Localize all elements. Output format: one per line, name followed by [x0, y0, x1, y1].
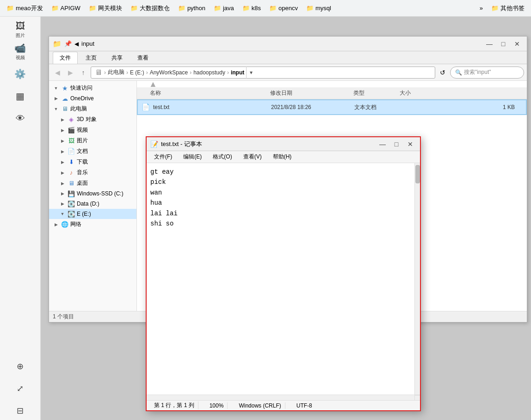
- bookmark-item[interactable]: 📁 mysql: [303, 4, 334, 12]
- explorer-title-pin: 📌: [64, 40, 72, 47]
- tree-item-downloads[interactable]: ▶ ⬇ 下载: [49, 157, 136, 167]
- notepad-encoding-windows: Windows (CRLF): [235, 402, 285, 409]
- path-segment-pc[interactable]: 此电脑: [108, 68, 124, 76]
- notepad-window-controls: — □ ✕: [377, 140, 416, 148]
- notepad-scrollbar-horizontal[interactable]: [147, 395, 420, 400]
- tree-item-pc[interactable]: ▼ 🖥 此电脑: [49, 103, 136, 114]
- image-icon: 🖼: [68, 137, 75, 145]
- menu-help[interactable]: 帮助(H): [269, 152, 296, 162]
- bookmark-item[interactable]: 📁 大数据数仓: [128, 3, 173, 13]
- menu-view[interactable]: 查看(V): [240, 152, 266, 162]
- path-segment-hadoop[interactable]: hadoopstudy: [193, 69, 225, 76]
- path-segment-e[interactable]: E (E:): [130, 69, 144, 76]
- explorer-title-icon: 📁: [53, 40, 62, 48]
- col-header-size[interactable]: 大小: [400, 89, 523, 97]
- nav-back-button[interactable]: ◀: [52, 67, 63, 78]
- windows-icon: 💾: [68, 190, 75, 197]
- video-icon: 🎬: [68, 127, 75, 134]
- minimize-button[interactable]: —: [483, 40, 495, 48]
- notepad-status-bar: 第 1 行，第 1 列 100% Windows (CRLF) UTF-8: [147, 400, 420, 410]
- notepad-minimize-button[interactable]: —: [377, 140, 389, 148]
- tree-item-music[interactable]: ▶ ♪ 音乐: [49, 167, 136, 178]
- status-text: 1 个项目: [53, 313, 74, 321]
- tab-home[interactable]: 主页: [79, 52, 104, 64]
- menu-file[interactable]: 文件(F): [150, 152, 176, 162]
- menu-format[interactable]: 格式(O): [209, 152, 235, 162]
- bookmark-item[interactable]: 📁 meao开发: [4, 3, 46, 13]
- address-bar: ◀ ▶ ↑ 🖥 › 此电脑 › E (E:) › AnyWorkSpace › …: [49, 64, 527, 81]
- notepad-title-text: test.txt - 记事本: [161, 140, 374, 148]
- tree-item-network[interactable]: ▶ 🌐 网络: [49, 219, 136, 230]
- drive-icon: 💽: [68, 200, 75, 207]
- col-header-date[interactable]: 修改日期: [270, 89, 353, 97]
- tree-item-e-drive[interactable]: ▼ 💽 E (E:): [49, 209, 136, 219]
- address-path[interactable]: 🖥 › 此电脑 › E (E:) › AnyWorkSpace › hadoop…: [91, 67, 435, 79]
- path-segment-input[interactable]: input: [231, 69, 244, 76]
- nav-forward-button[interactable]: ▶: [65, 67, 76, 78]
- sidebar-videos-btn[interactable]: 📹 视频: [9, 43, 31, 61]
- notepad-icon: 📝: [150, 140, 158, 148]
- window-controls: — □ ✕: [483, 40, 523, 48]
- expand-icon: ▶: [59, 170, 66, 176]
- address-dropdown-button[interactable]: ▾: [246, 67, 255, 79]
- cloud-icon: ☁: [61, 95, 68, 102]
- tab-file[interactable]: 文件: [53, 52, 78, 64]
- expand-icon: ▶: [59, 159, 66, 165]
- ribbon-tabs: 文件 主页 共享 查看: [49, 51, 527, 64]
- notepad-scrollbar-vertical[interactable]: [414, 163, 420, 395]
- maximize-button[interactable]: □: [497, 40, 509, 48]
- notepad-close-button[interactable]: ✕: [404, 140, 416, 148]
- sidebar-grid-btn[interactable]: ▦: [9, 87, 31, 105]
- music-icon: ♪: [68, 169, 75, 177]
- explorer-title-bar: 📁 📌 ◀ input — □ ✕: [49, 37, 527, 51]
- search-box[interactable]: 🔍 搜索"input": [450, 67, 524, 79]
- bookmark-item[interactable]: 📁 k8s: [240, 4, 264, 12]
- bookmark-item[interactable]: 📁 opencv: [266, 4, 301, 12]
- file-row-test-txt[interactable]: 📄 test.txt 2021/8/28 18:26 文本文档 1 KB: [137, 99, 527, 115]
- tree-item-onedrive[interactable]: ▶ ☁ OneDrive: [49, 93, 136, 103]
- nav-up-button[interactable]: ↑: [78, 67, 89, 78]
- sidebar-eye-btn[interactable]: 👁: [9, 109, 31, 128]
- bookmarks-more[interactable]: »: [477, 4, 486, 12]
- file-icon-txt: 📄: [142, 103, 150, 111]
- sidebar-photos-btn[interactable]: 🖼 图片: [9, 20, 31, 39]
- bookmark-other[interactable]: 📁 其他书签: [488, 3, 527, 13]
- sidebar-expand-btn[interactable]: ⤢: [9, 379, 31, 398]
- bookmark-item[interactable]: 📁 APIGW: [49, 4, 83, 12]
- bookmark-item[interactable]: 📁 java: [211, 4, 237, 12]
- col-header-type[interactable]: 类型: [353, 89, 400, 97]
- tab-share[interactable]: 共享: [105, 52, 130, 64]
- search-placeholder: 搜索"input": [464, 68, 491, 76]
- sidebar-layout-btn[interactable]: ⊟: [9, 402, 31, 420]
- sidebar-location-btn[interactable]: ⊕: [9, 357, 31, 376]
- expand-icon: ▶: [53, 95, 59, 102]
- notepad-maximize-button[interactable]: □: [390, 140, 402, 148]
- tree-item-desktop[interactable]: ▶ 🖥 桌面: [49, 178, 136, 189]
- sidebar-settings-btn[interactable]: ⚙️: [9, 65, 31, 83]
- file-date: 2021/8/28 18:26: [271, 104, 354, 110]
- scrollbar-thumb[interactable]: [415, 165, 420, 183]
- expand-icon: ▼: [53, 106, 59, 112]
- close-button[interactable]: ✕: [511, 40, 523, 48]
- drive-icon: 💽: [68, 210, 75, 218]
- menu-edit[interactable]: 编辑(E): [179, 152, 205, 162]
- tree-item-c-drive[interactable]: ▶ 💾 Windows-SSD (C:): [49, 189, 136, 199]
- expand-icon: ▶: [59, 138, 66, 144]
- file-type: 文本文档: [354, 103, 401, 111]
- tree-item-quick-access[interactable]: ▼ ★ 快速访问: [49, 83, 136, 93]
- bookmark-item[interactable]: 📁 网关模块: [86, 3, 125, 13]
- bookmark-item[interactable]: 📁 python: [175, 4, 208, 12]
- sort-indicator: ▲: [137, 81, 527, 87]
- path-segment-workspace[interactable]: AnyWorkSpace: [150, 69, 188, 76]
- tree-item-3d[interactable]: ▶ ◈ 3D 对象: [49, 114, 136, 125]
- tree-item-d-drive[interactable]: ▶ 💽 Data (D:): [49, 199, 136, 209]
- col-header-name[interactable]: 名称: [141, 89, 270, 97]
- notepad-menu-bar: 文件(F) 编辑(E) 格式(O) 查看(V) 帮助(H): [147, 151, 420, 163]
- refresh-button[interactable]: ↺: [437, 67, 448, 78]
- notepad-cursor-position: 第 1 行，第 1 列: [150, 402, 198, 409]
- tree-item-images[interactable]: ▶ 🖼 图片: [49, 135, 136, 146]
- notepad-text-area[interactable]: gt eay pick wan hua lai lai shi so: [147, 163, 414, 395]
- tree-item-docs[interactable]: ▶ 📄 文档: [49, 146, 136, 157]
- tab-view[interactable]: 查看: [130, 52, 155, 64]
- tree-item-videos[interactable]: ▶ 🎬 视频: [49, 125, 136, 135]
